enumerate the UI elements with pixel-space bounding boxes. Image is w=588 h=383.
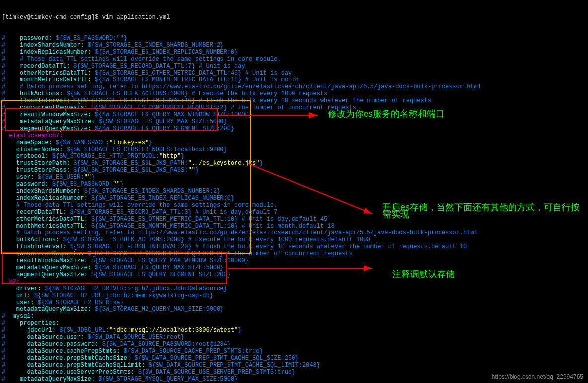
code-line: h2: bbox=[0, 278, 588, 285]
code-line: # indexShardsNumber: ${SW_STORAGE_ES_IND… bbox=[0, 42, 588, 49]
code-line: # recordDataTTL: ${SW_STORAGE_ES_RECORD_… bbox=[0, 63, 588, 70]
code-line: nameSpace: ${SW_NAMESPACE:"timkey-es"} bbox=[0, 139, 588, 146]
code-line: indexShardsNumber: ${SW_STORAGE_ES_INDEX… bbox=[0, 188, 588, 195]
code-line: # # Those data TTL settings will overrid… bbox=[0, 56, 588, 63]
code-line: segmentQueryMaxSize: ${SW_STORAGE_ES_QUE… bbox=[0, 271, 588, 278]
shell-prompt: [timkey@timkey-cmd config]$ vim applicat… bbox=[0, 14, 588, 21]
code-line: user: ${SW_ES_USER:""} bbox=[0, 174, 588, 181]
code-line: # Batch process setting, refer to https:… bbox=[0, 230, 588, 236]
code-line: # concurrentRequests: ${SW_STORAGE_ES_CO… bbox=[0, 104, 588, 111]
code-line: # indexReplicasNumber: ${SW_STORAGE_ES_I… bbox=[0, 49, 588, 56]
code-line: metadataQueryMaxSize: ${SW_STORAGE_ES_QU… bbox=[0, 264, 588, 271]
annotation-es-storage: 开启es存储，当然下面还有其他的方式，可自行按需实现 bbox=[382, 204, 581, 218]
code-line: # jdbcUrl: ${SW_JDBC_URL:"jdbc:mysql://l… bbox=[0, 327, 588, 334]
code-line: # metadataQueryMaxSize: ${SW_STORAGE_ES_… bbox=[0, 118, 588, 125]
code-line: # bulkActions: ${SW_STORAGE_ES_BULK_ACTI… bbox=[0, 90, 588, 97]
code-line: # # Batch process setting, refer to http… bbox=[0, 83, 588, 90]
terminal-view[interactable]: [timkey@timkey-cmd config]$ vim applicat… bbox=[0, 0, 588, 383]
code-line: monthMetricsDataTTL: ${SW_STORAGE_ES_MON… bbox=[0, 223, 588, 230]
watermark: https://blog.csdn.net/qq_22994765 bbox=[492, 373, 583, 380]
code-line: password: ${SW_ES_PASSWORD:""} bbox=[0, 181, 588, 188]
code-line: # monthMetricsDataTTL: ${SW_STORAGE_ES_M… bbox=[0, 77, 588, 83]
code-line: concurrentRequests: ${SW_STORAGE_ES_CONC… bbox=[0, 250, 588, 257]
code-line: # dataSource.password: ${SW_DATA_SOURCE_… bbox=[0, 341, 588, 348]
code-line: flushInterval: ${SW_STORAGE_ES_FLUSH_INT… bbox=[0, 243, 588, 250]
code-line: # properties: bbox=[0, 320, 588, 327]
code-line: trustStorePass: ${SW_SW_STORAGE_ES_SSL_J… bbox=[0, 167, 588, 174]
code-line: clusterNodes: ${SW_STORAGE_ES_CLUSTER_NO… bbox=[0, 146, 588, 153]
code-line: # flushInterval: ${SW_STORAGE_ES_FLUSH_I… bbox=[0, 97, 588, 104]
code-line: url: ${SW_STORAGE_H2_URL:jdbc:h2:mem:sky… bbox=[0, 292, 588, 299]
code-line: indexReplicasNumber: ${SW_STORAGE_ES_IND… bbox=[0, 195, 588, 202]
code-line: # dataSource.prepStmtCacheSize: ${SW_DAT… bbox=[0, 355, 588, 362]
annotation-es-name: 修改为你es服务的名称和端口 bbox=[328, 110, 444, 117]
code-line: # dataSource.cachePrepStmts: ${SW_DATA_S… bbox=[0, 348, 588, 355]
code-line: # dataSource.prepStmtCacheSqlLimit: ${SW… bbox=[0, 362, 588, 369]
code-line: # password: ${SW_ES_PASSWORD:""} bbox=[0, 35, 588, 42]
code-line: # mysql: bbox=[0, 313, 588, 320]
code-line: bulkActions: ${SW_STORAGE_ES_BULK_ACTION… bbox=[0, 236, 588, 243]
code-line: # resultWindowMaxSize: ${SW_STORAGE_ES_Q… bbox=[0, 111, 588, 118]
code-line: # segmentQueryMaxSize: ${SW_STORAGE_ES_Q… bbox=[0, 125, 588, 132]
code-line: resultWindowMaxSize: ${SW_STORAGE_ES_QUE… bbox=[0, 257, 588, 264]
annotation-h2: 注释调默认存储 bbox=[392, 271, 455, 278]
code-line: trustStorePath: ${SW_SW_STORAGE_ES_SSL_J… bbox=[0, 160, 588, 167]
code-line: driver: ${SW_STORAGE_H2_DRIVER:org.h2.jd… bbox=[0, 285, 588, 292]
code-line: # otherMetricsDataTTL: ${SW_STORAGE_ES_O… bbox=[0, 70, 588, 77]
code-line: metadataQueryMaxSize: ${SW_STORAGE_H2_QU… bbox=[0, 306, 588, 313]
code-line: protocol: ${SW_STORAGE_ES_HTTP_PROTOCOL:… bbox=[0, 153, 588, 160]
code-line: # dataSource.user: ${SW_DATA_SOURCE_USER… bbox=[0, 334, 588, 341]
code-line: elasticsearch7: bbox=[0, 132, 588, 139]
code-line: user: ${SW_STORAGE_H2_USER:sa} bbox=[0, 299, 588, 306]
